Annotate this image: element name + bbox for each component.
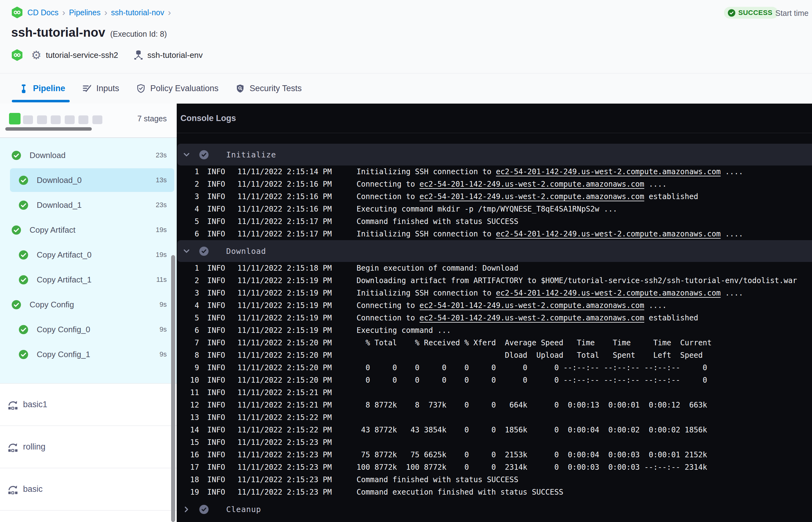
stage-row-copy artifact_0[interactable]: Copy Artifact_019s (0, 242, 177, 267)
log-timestamp: 11/11/2022 2:15:23 PM (237, 488, 348, 497)
rolling-icon (7, 483, 19, 495)
log-line-number: 7 (177, 339, 199, 347)
log-message: Connection to ec2-54-201-142-249.us-west… (357, 192, 698, 201)
log-line-number: 12 (177, 401, 199, 409)
status-badge: SUCCESS (724, 7, 778, 19)
sidebar-scrollbar[interactable] (171, 255, 175, 522)
stage-duration: 9s (160, 325, 167, 334)
other-stage-row-canary2[interactable]: canary2 (0, 510, 177, 522)
log-timestamp: 11/11/2022 2:15:19 PM (237, 326, 348, 335)
log-level: INFO (207, 450, 229, 459)
log-level: INFO (207, 463, 229, 471)
log-line: 7INFO11/11/2022 2:15:20 PM % Total % Rec… (177, 337, 812, 349)
log-level: INFO (207, 425, 229, 434)
log-line-number: 1 (177, 264, 199, 273)
log-host-link[interactable]: ec2-54-201-142-249.us-west-2.compute.ama… (419, 301, 644, 310)
log-section-header[interactable]: Cleanup (177, 498, 812, 520)
log-timestamp: 11/11/2022 2:15:23 PM (237, 475, 348, 484)
log-timestamp: 11/11/2022 2:15:22 PM (237, 413, 348, 422)
log-host-link[interactable]: ec2-54-201-142-249.us-west-2.compute.ama… (496, 229, 720, 238)
log-line: 5INFO11/11/2022 2:15:19 PMConnection to … (177, 312, 812, 324)
log-message: 43 8772k 43 3854k 0 0 1856k 0 0:00:04 0:… (357, 425, 707, 434)
log-section-header[interactable]: Download (177, 240, 812, 262)
log-timestamp: 11/11/2022 2:15:20 PM (237, 363, 348, 372)
log-host-link[interactable]: ec2-54-201-142-249.us-west-2.compute.ama… (496, 167, 720, 176)
breadcrumb-link[interactable]: CD Docs (27, 8, 59, 17)
tab-inputs[interactable]: Inputs (82, 74, 120, 104)
other-stage-row-basic[interactable]: basic (0, 468, 177, 510)
stage-duration: 9s (160, 350, 167, 358)
stage-success-icon (19, 275, 28, 285)
log-message: 100 8772k 100 8772k 0 0 2314k 0 0:00:03 … (357, 463, 707, 471)
stage-row-download_0[interactable]: Download_013s (0, 168, 177, 193)
security-shield-icon (235, 84, 245, 94)
breadcrumb-link[interactable]: Pipelines (69, 8, 101, 17)
log-line: 6INFO11/11/2022 2:15:17 PMInitializing S… (177, 228, 812, 240)
log-line: 14INFO11/11/2022 2:15:22 PM 43 8772k 43 … (177, 424, 812, 436)
console-logs-panel: Console Logs Initialize1INFO11/11/2022 2… (177, 104, 812, 522)
log-message: 8 8772k 8 737k 0 0 664k 0 0:00:13 0:00:0… (357, 401, 707, 409)
stage-minimap-scrollbar[interactable] (5, 127, 92, 130)
environment-name[interactable]: ssh-tutorial-env (147, 51, 203, 60)
other-stage-row-basic1[interactable]: basic1 (0, 383, 177, 425)
log-line-number: 6 (177, 229, 199, 238)
console-logs-title: Console Logs (180, 114, 236, 123)
log-timestamp: 11/11/2022 2:15:20 PM (237, 351, 348, 360)
stage-sidebar: 7 stages Download23sDownload_013sDownloa… (0, 104, 177, 522)
log-message: Executing command mkdir -p /tmp/WYQNESE_… (357, 205, 617, 214)
stage-row-copy config[interactable]: Copy Config9s (0, 292, 177, 317)
breadcrumb-link[interactable]: ssh-tutorial-nov (111, 8, 164, 17)
tab-pipeline[interactable]: Pipeline (19, 74, 65, 104)
log-section-header[interactable]: Initialize (177, 144, 812, 165)
log-timestamp: 11/11/2022 2:15:23 PM (237, 438, 348, 447)
log-message: Dload Upload Total Spent Left Speed (357, 351, 703, 360)
stage-duration: 23s (156, 151, 167, 159)
stage-duration: 11s (156, 276, 167, 284)
breadcrumb-separator-icon: › (104, 8, 107, 17)
environment-icon (133, 49, 144, 61)
log-message: Executing command ... (357, 326, 451, 335)
page-title: ssh-tutorial-nov (11, 25, 105, 40)
stage-success-icon (19, 325, 28, 335)
log-line-number: 3 (177, 192, 199, 201)
log-line-number: 13 (177, 413, 199, 422)
log-level: INFO (207, 376, 229, 384)
log-line: 17INFO11/11/2022 2:15:23 PM100 8772k 100… (177, 461, 812, 474)
stage-row-download[interactable]: Download23s (0, 143, 177, 168)
harness-logo-icon (11, 6, 23, 18)
log-message: 0 0 0 0 0 0 0 0 --:--:-- --:--:-- --:--:… (357, 363, 707, 372)
log-host-link[interactable]: ec2-54-201-142-249.us-west-2.compute.ama… (419, 192, 644, 201)
service-name[interactable]: tutorial-service-ssh2 (46, 51, 118, 60)
log-level: INFO (207, 276, 229, 285)
stage-row-copy config_0[interactable]: Copy Config_09s (0, 317, 177, 342)
stage-row-download_1[interactable]: Download_123s (0, 193, 177, 218)
log-level: INFO (207, 438, 229, 447)
log-level: INFO (207, 217, 229, 226)
log-line-number: 8 (177, 351, 199, 360)
tab-policy-evaluations[interactable]: Policy Evaluations (136, 74, 218, 104)
log-host-link[interactable]: ec2-54-201-142-249.us-west-2.compute.ama… (419, 314, 644, 322)
tab-label: Pipeline (33, 84, 65, 93)
log-lines: 1INFO11/11/2022 2:15:14 PMInitializing S… (177, 165, 812, 240)
log-level: INFO (207, 475, 229, 484)
tab-bar: PipelineInputsPolicy EvaluationsSecurity… (0, 73, 812, 104)
log-level: INFO (207, 289, 229, 297)
log-host-link[interactable]: ec2-54-201-142-249.us-west-2.compute.ama… (496, 289, 720, 297)
other-stage-row-rolling[interactable]: rolling (0, 425, 177, 468)
log-line: 3INFO11/11/2022 2:15:16 PMConnection to … (177, 190, 812, 203)
log-line: 1INFO11/11/2022 2:15:18 PMBegin executio… (177, 262, 812, 274)
log-level: INFO (207, 264, 229, 273)
stage-success-icon (19, 176, 28, 185)
start-time-label: Start time (775, 9, 809, 18)
log-level: INFO (207, 413, 229, 422)
log-line-number: 1 (177, 167, 199, 176)
stage-success-icon (12, 150, 21, 160)
log-line: 2INFO11/11/2022 2:15:19 PMDownloading ar… (177, 274, 812, 287)
log-timestamp: 11/11/2022 2:15:19 PM (237, 314, 348, 322)
stage-row-copy artifact[interactable]: Copy Artifact19s (0, 218, 177, 242)
stage-row-copy artifact_1[interactable]: Copy Artifact_111s (0, 267, 177, 292)
chevron-down-icon (182, 247, 191, 255)
log-host-link[interactable]: ec2-54-201-142-249.us-west-2.compute.ama… (419, 180, 644, 188)
tab-security-tests[interactable]: Security Tests (235, 74, 302, 104)
stage-row-copy config_1[interactable]: Copy Config_19s (0, 342, 177, 367)
